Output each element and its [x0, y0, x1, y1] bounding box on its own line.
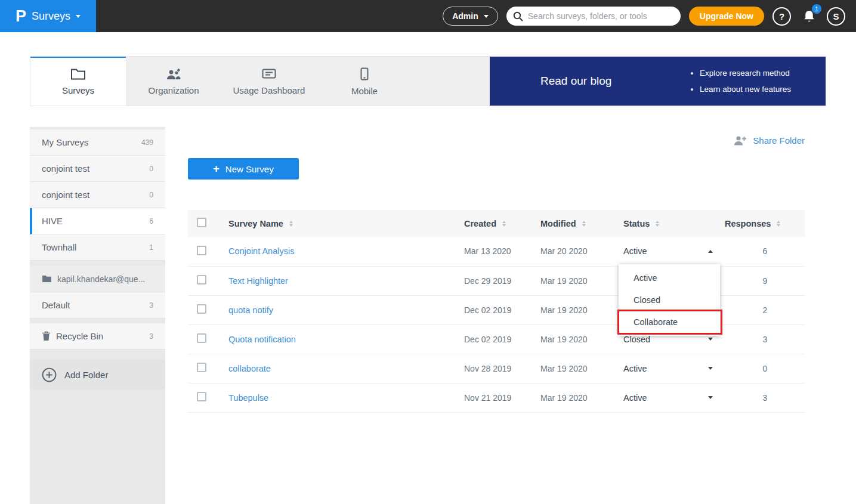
- question-icon: ?: [779, 11, 784, 21]
- status-dropdown-trigger[interactable]: Active: [623, 364, 725, 373]
- row-checkbox[interactable]: [197, 304, 206, 314]
- add-folder-plus-icon: [42, 367, 57, 382]
- logo-p-icon: P: [16, 8, 26, 24]
- chevron-down-icon: [484, 15, 489, 18]
- tab-label: Organization: [148, 85, 199, 95]
- status-option-collaborate[interactable]: Collaborate: [619, 311, 720, 333]
- notification-badge: 1: [812, 4, 821, 14]
- folder-label: kapil.khandekar@que...: [57, 274, 145, 284]
- sort-icon[interactable]: [289, 221, 293, 227]
- share-person-icon: [733, 135, 747, 146]
- sort-icon[interactable]: [777, 221, 780, 227]
- created-date: Dec 29 2019: [464, 276, 511, 286]
- avatar-letter: S: [833, 11, 839, 21]
- surveys-table: Survey Name Created Modified Status Resp: [188, 210, 805, 413]
- admin-label: Admin: [452, 11, 478, 21]
- column-header-responses[interactable]: Responses: [725, 210, 805, 237]
- caret-down-icon: [708, 396, 713, 399]
- responses-count: 0: [763, 364, 768, 373]
- responses-count: 3: [763, 335, 768, 344]
- caret-down-icon: [708, 367, 713, 370]
- row-checkbox[interactable]: [197, 392, 206, 401]
- app-logo-surveys-menu[interactable]: P Surveys: [0, 0, 96, 32]
- survey-name-link[interactable]: Conjoint Analysis: [228, 246, 294, 256]
- folder-small-icon: [42, 275, 52, 283]
- tab-organization[interactable]: Organization: [126, 57, 221, 106]
- modified-date: Mar 19 2020: [540, 364, 588, 373]
- row-checkbox[interactable]: [197, 363, 206, 372]
- folder-label: Default: [42, 300, 70, 310]
- share-folder-button[interactable]: Share Folder: [733, 135, 805, 146]
- row-checkbox[interactable]: [197, 275, 206, 285]
- responses-count: 3: [763, 393, 768, 403]
- header-label: Status: [623, 219, 650, 228]
- tab-surveys[interactable]: Surveys: [30, 57, 126, 106]
- survey-name-link[interactable]: collaborate: [228, 364, 271, 373]
- topbar: P Surveys Admin Upgrade Now ? 1 S: [0, 0, 856, 32]
- new-survey-button[interactable]: + New Survey: [188, 158, 299, 180]
- table-row: collaborate Nov 28 2019 Mar 19 2020 Acti…: [188, 354, 805, 383]
- modified-date: Mar 19 2020: [540, 335, 588, 344]
- survey-name-link[interactable]: Tubepulse: [228, 393, 268, 403]
- sidebar-item-my-surveys[interactable]: My Surveys 439: [30, 129, 165, 156]
- sort-icon[interactable]: [656, 221, 659, 227]
- tab-label: Mobile: [351, 86, 378, 96]
- caret-up-icon: [708, 250, 713, 253]
- search-input[interactable]: [528, 11, 674, 21]
- banner-title: Read our blog: [540, 75, 611, 88]
- sort-icon[interactable]: [502, 221, 506, 227]
- add-folder-button[interactable]: Add Folder: [30, 360, 165, 389]
- help-button[interactable]: ?: [772, 7, 791, 26]
- modified-date: Mar 20 2020: [540, 246, 588, 256]
- sidebar-item-conjoint-test-1[interactable]: conjoint test 0: [30, 156, 165, 182]
- survey-name-link[interactable]: Quota notification: [228, 335, 296, 344]
- dashboard-icon: [262, 68, 276, 80]
- sidebar-item-hive[interactable]: HIVE 6: [30, 208, 165, 234]
- trash-icon: [42, 331, 51, 341]
- status-option-active[interactable]: Active: [619, 267, 720, 289]
- sidebar-item-shared-account[interactable]: kapil.khandekar@que...: [30, 266, 165, 292]
- banner-bullet: Learn about new features: [700, 81, 791, 97]
- blog-banner[interactable]: Read our blog Explore research method Le…: [490, 57, 826, 106]
- column-header-status[interactable]: Status: [623, 210, 725, 237]
- sidebar-item-townhall[interactable]: Townhall 1: [30, 234, 165, 261]
- upgrade-now-button[interactable]: Upgrade Now: [689, 7, 764, 26]
- topbar-actions: Admin Upgrade Now ? 1 S: [443, 7, 856, 26]
- tab-mobile[interactable]: Mobile: [317, 57, 412, 106]
- column-header-modified[interactable]: Modified: [540, 210, 623, 237]
- sidebar-item-conjoint-test-2[interactable]: conjoint test 0: [30, 182, 165, 208]
- folder-count: 1: [149, 243, 153, 252]
- select-all-checkbox[interactable]: [197, 218, 206, 227]
- created-date: Dec 02 2019: [464, 335, 511, 344]
- modified-date: Mar 19 2020: [540, 393, 588, 403]
- created-date: Dec 02 2019: [464, 305, 511, 315]
- row-checkbox[interactable]: [197, 246, 206, 255]
- column-header-created[interactable]: Created: [464, 210, 540, 237]
- survey-name-link[interactable]: Text Highlighter: [228, 276, 288, 286]
- notifications-button[interactable]: 1: [799, 7, 818, 26]
- sidebar-item-default[interactable]: Default 3: [30, 292, 165, 319]
- row-checkbox[interactable]: [197, 333, 206, 343]
- status-label: Active: [623, 364, 647, 373]
- plus-icon: +: [213, 163, 220, 174]
- column-header-survey-name[interactable]: Survey Name: [228, 210, 464, 237]
- folder-count: 3: [149, 332, 153, 341]
- admin-dropdown[interactable]: Admin: [443, 7, 498, 26]
- folder-label: Townhall: [42, 242, 76, 252]
- new-survey-label: New Survey: [225, 164, 274, 174]
- mobile-phone-icon: [360, 67, 369, 81]
- folder-count: 0: [149, 165, 153, 173]
- folder-label: Add Folder: [64, 370, 108, 380]
- status-dropdown-trigger[interactable]: Active: [623, 393, 725, 403]
- tab-label: Usage Dashboard: [233, 85, 305, 95]
- sidebar-item-recycle-bin[interactable]: Recycle Bin 3: [30, 323, 165, 350]
- user-avatar[interactable]: S: [827, 7, 845, 26]
- folder-label: My Surveys: [42, 137, 88, 147]
- tabbar-spacer: [412, 57, 490, 106]
- status-dropdown-trigger[interactable]: Active: [623, 246, 725, 256]
- survey-name-link[interactable]: quota notify: [228, 305, 273, 315]
- status-option-closed[interactable]: Closed: [619, 289, 720, 311]
- organization-people-icon: [165, 68, 182, 80]
- sort-icon[interactable]: [582, 221, 586, 227]
- tab-usage-dashboard[interactable]: Usage Dashboard: [221, 57, 317, 106]
